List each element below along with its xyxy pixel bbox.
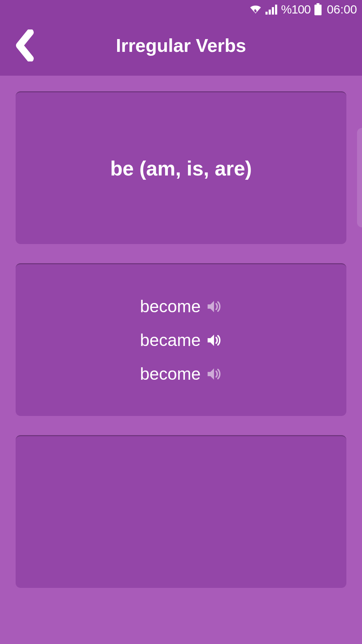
status-bar: %100 06:00 <box>0 0 362 18</box>
battery-percent: %100 <box>281 2 311 16</box>
speaker-button-v3[interactable] <box>206 366 222 382</box>
svg-rect-3 <box>272 7 274 15</box>
verb-form-v1: become <box>140 297 201 316</box>
speaker-icon <box>206 299 222 314</box>
verb-form-row-3: become <box>140 364 222 384</box>
battery-icon <box>314 3 322 15</box>
page-title: Irregular Verbs <box>14 35 348 56</box>
svg-rect-2 <box>269 10 271 15</box>
wifi-icon <box>249 4 262 15</box>
content-area[interactable]: be (am, is, are) become became <box>0 76 362 588</box>
svg-rect-6 <box>314 5 322 15</box>
verb-form-row-1: become <box>140 297 222 316</box>
speaker-button-v2[interactable] <box>206 332 222 348</box>
verb-card-forms[interactable]: become became become <box>16 263 346 416</box>
signal-icon <box>265 4 278 15</box>
clock: 06:00 <box>327 2 357 16</box>
verb-card-main[interactable]: be (am, is, are) <box>16 91 346 244</box>
verb-form-v2: became <box>140 330 201 350</box>
verb-form-row-2: became <box>140 330 222 350</box>
svg-rect-5 <box>317 3 319 5</box>
speaker-button-v1[interactable] <box>206 299 222 314</box>
svg-rect-4 <box>275 5 277 15</box>
verb-main-text: be (am, is, are) <box>110 157 252 180</box>
speaker-icon <box>206 366 222 382</box>
speaker-icon <box>206 332 222 348</box>
verb-form-v3: become <box>140 364 201 384</box>
scroll-indicator <box>357 128 362 227</box>
verb-card-next[interactable] <box>16 435 346 588</box>
svg-rect-1 <box>265 12 268 15</box>
app-header: Irregular Verbs <box>0 18 362 76</box>
